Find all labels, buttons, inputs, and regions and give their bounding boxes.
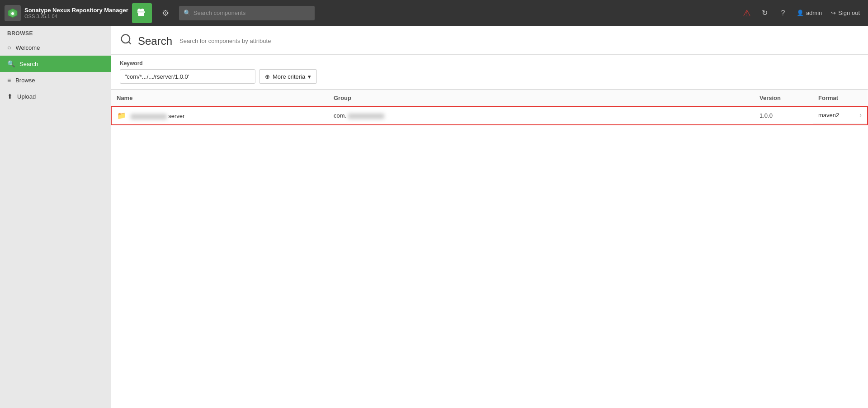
welcome-icon: ○ [7, 44, 11, 51]
refresh-icon-btn[interactable]: ↻ [757, 5, 773, 21]
col-header-name: Name [111, 90, 328, 107]
page-subtitle: Search for components by attribute [179, 38, 271, 44]
keyword-label: Keyword [120, 60, 859, 66]
row-expand-icon[interactable]: › [859, 111, 862, 119]
row-version: 1.0.0 [760, 112, 773, 119]
row-version-cell: 1.0.0 [754, 106, 813, 125]
main-content: Search Search for components by attribut… [111, 26, 868, 408]
sidebar-item-search[interactable]: 🔍 Search [0, 56, 111, 72]
page-header: Search Search for components by attribut… [111, 26, 868, 55]
results-table: Name Group Version Format [111, 90, 868, 125]
browse-icon: ≡ [7, 76, 11, 84]
sidebar-item-label-upload: Upload [17, 93, 36, 100]
more-criteria-btn[interactable]: ⊕ More criteria ▾ [259, 69, 317, 84]
sidebar-item-browse[interactable]: ≡ Browse [0, 72, 111, 88]
svg-point-2 [11, 12, 14, 15]
svg-line-6 [128, 42, 131, 44]
signout-label: Sign out [838, 9, 860, 16]
page-title: Search [138, 35, 172, 47]
plus-icon: ⊕ [265, 73, 270, 80]
search-controls: Keyword ⊕ More criteria ▾ [111, 55, 868, 90]
app-name-block: Sonatype Nexus Repository Manager OSS 3.… [24, 7, 128, 19]
logo-icon [5, 5, 21, 21]
svg-rect-3 [137, 12, 145, 13]
row-name-suffix: server [168, 113, 184, 119]
help-icon-btn[interactable]: ? [775, 5, 791, 21]
sidebar-section-label: Browse [0, 26, 111, 39]
global-search-box[interactable]: 🔍 [179, 6, 315, 20]
sidebar-item-label-welcome: Welcome [15, 44, 40, 51]
col-header-version: Version [754, 90, 813, 107]
alert-icon-btn[interactable]: ⚠ [739, 5, 755, 21]
app-title: Sonatype Nexus Repository Manager [24, 7, 128, 14]
keyword-input[interactable] [120, 69, 255, 84]
svg-rect-4 [138, 13, 144, 16]
sidebar-item-label-search: Search [19, 61, 38, 67]
results-table-container: Name Group Version Format [111, 90, 868, 125]
page-header-icon [120, 33, 132, 49]
row-format-cell: maven2 › [813, 107, 867, 123]
row-name-blurred [131, 114, 167, 119]
search-controls-row: ⊕ More criteria ▾ [120, 69, 859, 84]
table-header: Name Group Version Format [111, 90, 868, 107]
user-label: admin [806, 9, 822, 16]
settings-nav-icon[interactable]: ⚙ [156, 3, 175, 23]
header-right-controls: ⚠ ↻ ? 👤 admin ↪ Sign out [739, 5, 863, 21]
more-criteria-label: More criteria [273, 73, 305, 80]
main-layout: Browse ○ Welcome 🔍 Search ≡ Browse ⬆ Upl… [0, 26, 868, 408]
search-icon: 🔍 [184, 9, 191, 16]
search-nav-icon: 🔍 [7, 60, 15, 67]
col-header-group: Group [328, 90, 754, 107]
table-row[interactable]: 📁 server com. 1.0.0 maven2 [111, 106, 868, 125]
row-group-cell: com. [328, 106, 754, 125]
folder-icon: 📁 [117, 112, 126, 119]
row-format: maven2 [818, 112, 839, 119]
svg-point-5 [122, 35, 130, 43]
signout-icon: ↪ [831, 9, 836, 16]
signout-btn[interactable]: ↪ Sign out [827, 8, 863, 18]
header: Sonatype Nexus Repository Manager OSS 3.… [0, 0, 868, 26]
sidebar-item-upload[interactable]: ⬆ Upload [0, 88, 111, 104]
user-menu-btn[interactable]: 👤 admin [793, 8, 826, 18]
upload-icon: ⬆ [7, 93, 13, 100]
app-subtitle: OSS 3.25.1-04 [24, 14, 128, 19]
row-group-blurred [348, 114, 384, 119]
sidebar: Browse ○ Welcome 🔍 Search ≡ Browse ⬆ Upl… [0, 26, 111, 408]
col-header-format: Format [813, 90, 868, 107]
row-group-prefix: com. [334, 112, 346, 119]
row-name-cell: 📁 server [111, 106, 328, 125]
app-logo: Sonatype Nexus Repository Manager OSS 3.… [5, 5, 128, 21]
browse-nav-icon[interactable] [132, 3, 152, 23]
user-icon: 👤 [797, 9, 804, 16]
global-search-input[interactable] [193, 9, 310, 16]
sidebar-item-label-browse: Browse [15, 77, 35, 84]
table-body: 📁 server com. 1.0.0 maven2 [111, 106, 868, 125]
sidebar-item-welcome[interactable]: ○ Welcome [0, 39, 111, 56]
dropdown-icon: ▾ [308, 73, 311, 80]
